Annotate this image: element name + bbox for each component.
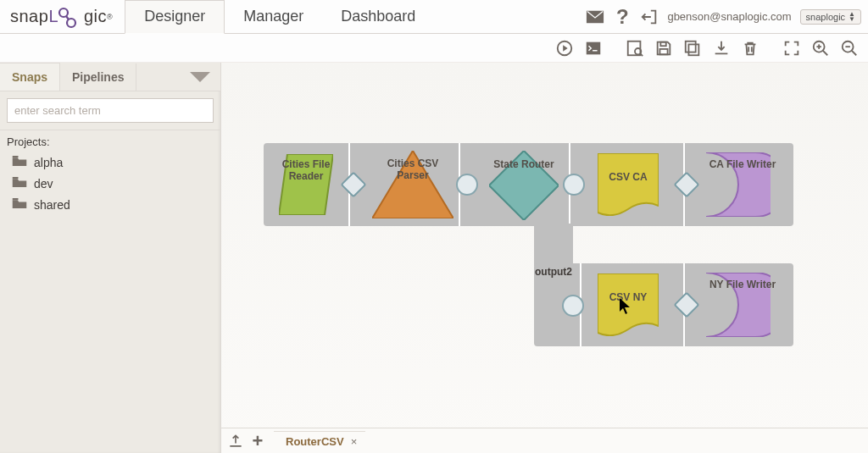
collapse-triangle-icon[interactable] (190, 72, 210, 82)
pipeline-tab-label: RouterCSV (286, 435, 344, 448)
folder-icon (12, 155, 27, 169)
svg-rect-9 (659, 48, 667, 53)
terminal-icon[interactable] (581, 36, 605, 60)
upload-icon[interactable] (225, 430, 247, 452)
trash-icon[interactable] (738, 36, 762, 60)
snap-csv-ny-label: CSV NY (594, 292, 662, 304)
svg-line-17 (852, 50, 857, 55)
left-panel: Snaps Pipelines Projects: alpha dev shar… (0, 63, 221, 453)
snap-csv-ny[interactable] (598, 273, 659, 336)
canvas-tab-bar: + RouterCSV × (221, 428, 868, 453)
snap-csv-ca-label: CSV CA (594, 172, 662, 184)
svg-rect-10 (688, 44, 698, 55)
brand-logo: snapL gic® (10, 5, 113, 29)
caret-up-down-icon: ▲▼ (849, 12, 855, 22)
connector-icon[interactable] (563, 174, 585, 196)
snap-router-label: State Router (490, 159, 558, 171)
copy-icon[interactable] (681, 36, 704, 60)
svg-rect-8 (660, 41, 665, 46)
zoom-in-icon[interactable] (809, 36, 832, 60)
close-tab-icon[interactable]: × (351, 435, 358, 448)
logo-glyph-icon (57, 5, 86, 29)
project-label: alpha (34, 156, 63, 169)
snap-connector (534, 224, 573, 266)
svg-line-13 (823, 50, 828, 55)
output2-label: output2 (535, 266, 572, 278)
zoom-out-icon[interactable] (837, 36, 861, 60)
svg-rect-11 (686, 41, 696, 52)
user-email: gbenson@snaplogic.com (667, 10, 791, 23)
panel-tab-pipelines[interactable]: Pipelines (60, 64, 136, 91)
logout-icon[interactable] (640, 8, 659, 26)
folder-icon (12, 197, 27, 212)
svg-point-1 (67, 19, 75, 27)
inspect-icon[interactable] (623, 36, 647, 60)
add-tab-icon[interactable]: + (247, 430, 269, 452)
connector-icon[interactable] (562, 295, 584, 317)
main-nav: Designer Manager Dashboard (125, 0, 434, 33)
project-shared[interactable]: shared (0, 194, 220, 215)
snap-parser-label: Cities CSV Parser (379, 158, 447, 182)
snap-ca-writer-label: CA File Writer (709, 159, 776, 171)
pipeline-canvas[interactable]: Cities File Reader Cities CSV Parser Sta… (221, 63, 868, 428)
help-icon[interactable]: ? (613, 8, 632, 26)
folder-icon (12, 176, 27, 191)
snap-ny-writer-label: NY File Writer (709, 279, 776, 291)
mail-icon[interactable] (586, 8, 604, 26)
project-alpha[interactable]: alpha (0, 152, 220, 173)
nav-dashboard[interactable]: Dashboard (322, 1, 434, 33)
snap-reader-label: Cities File Reader (272, 159, 340, 183)
connector-icon[interactable] (456, 174, 478, 196)
panel-tab-snaps[interactable]: Snaps (0, 63, 60, 91)
project-label: shared (34, 198, 70, 212)
svg-point-0 (59, 8, 68, 17)
pipeline-tab-routercsv[interactable]: RouterCSV × (274, 431, 365, 451)
nav-designer[interactable]: Designer (125, 0, 225, 34)
svg-rect-19 (13, 156, 19, 157)
download-icon[interactable] (709, 36, 733, 60)
project-dev[interactable]: dev (0, 173, 220, 194)
svg-rect-4 (587, 41, 601, 54)
svg-rect-21 (13, 198, 19, 200)
save-icon[interactable] (652, 36, 676, 60)
project-label: dev (34, 177, 53, 191)
snap-search-input[interactable] (7, 98, 214, 123)
fit-icon[interactable] (780, 36, 804, 60)
nav-manager[interactable]: Manager (225, 1, 322, 33)
projects-label: Projects: (0, 130, 220, 152)
org-switcher[interactable]: snaplogic ▲▼ (800, 9, 861, 25)
snap-csv-ca[interactable] (598, 153, 659, 216)
canvas-toolbar (0, 34, 868, 63)
run-icon[interactable] (553, 36, 576, 60)
svg-rect-20 (13, 177, 19, 179)
